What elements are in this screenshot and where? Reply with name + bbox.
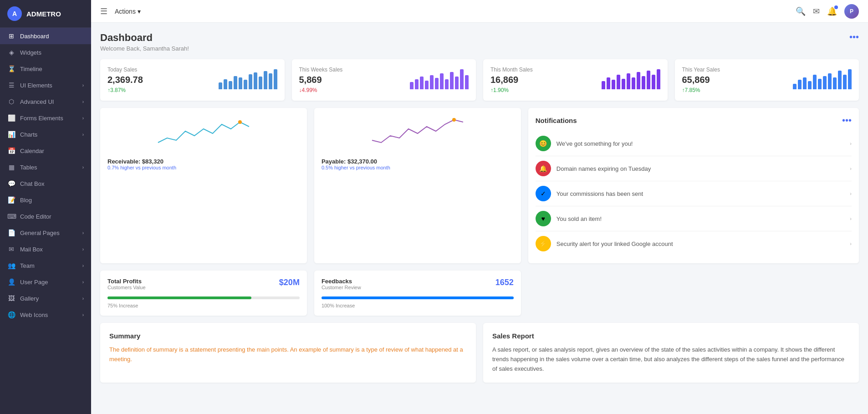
- notification-item-3[interactable]: ♥ You sold an item! ›: [536, 206, 852, 231]
- search-icon[interactable]: 🔍: [796, 6, 806, 16]
- feedbacks-progress-label: 100% Increase: [322, 303, 514, 308]
- feedbacks-card: Feedbacks Customer Review 1652 100% Incr…: [314, 271, 521, 316]
- sidebar-item-charts[interactable]: 📊 Charts ›: [0, 126, 91, 143]
- total-profits-progress-bar: [107, 296, 251, 299]
- mail-icon[interactable]: ✉: [813, 6, 820, 16]
- sidebar-item-timeline[interactable]: ⌛ Timeline: [0, 61, 91, 77]
- sidebar-icon-chat-box: 💬: [7, 180, 15, 187]
- mini-bar: [415, 79, 419, 89]
- notification-item-0[interactable]: 😊 We've got something for you! ›: [536, 131, 852, 156]
- mini-bar: [254, 72, 257, 89]
- mini-bar: [234, 76, 237, 89]
- actions-chevron-icon: ▾: [138, 8, 141, 15]
- sidebar-chevron-mail-box: ›: [82, 247, 84, 252]
- summary-title: Summary: [109, 332, 467, 340]
- sidebar-item-user-page[interactable]: 👤 User Page ›: [0, 274, 91, 290]
- sidebar-icon-widgets: ◈: [7, 49, 15, 56]
- hamburger-button[interactable]: ☰: [100, 6, 107, 16]
- mini-bar: [219, 82, 222, 89]
- logo-icon: A: [7, 6, 22, 21]
- actions-dropdown[interactable]: Actions ▾: [115, 8, 141, 15]
- sidebar-item-advanced-ui[interactable]: ⬡ Advanced UI ›: [0, 93, 91, 110]
- mini-bar: [793, 84, 797, 89]
- sidebar-icon-user-page: 👤: [7, 278, 15, 286]
- summary-text: The definition of summary is a statement…: [109, 345, 467, 364]
- receivable-sublabel: 0.7% higher vs previous month: [107, 165, 300, 170]
- sidebar-item-code-editor[interactable]: ⌨ Code Editor: [0, 208, 91, 225]
- notification-item-1[interactable]: 🔔 Domain names expiring on Tuesday ›: [536, 156, 852, 181]
- notifications-card: Notifications ••• 😊 We've got something …: [528, 108, 859, 263]
- mini-bar: [642, 76, 645, 89]
- sidebar-icon-dashboard: ⊞: [7, 32, 15, 40]
- sidebar-item-team[interactable]: 👥 Team ›: [0, 257, 91, 274]
- stat-card-0: Today Sales 2,369.78 ↑3.87%: [100, 59, 285, 101]
- lower-right-spacer: [528, 271, 859, 316]
- sidebar-icon-general-pages: 📄: [7, 229, 15, 236]
- notif-text-4: Security alert for your linked Google ac…: [557, 240, 845, 247]
- notif-icon-1: 🔔: [536, 161, 551, 176]
- sidebar-item-chat-box[interactable]: 💬 Chat Box: [0, 175, 91, 192]
- notif-icon-0: 😊: [536, 136, 551, 151]
- sidebar-label-general-pages: General Pages: [20, 230, 60, 236]
- sidebar-label-blog: Blog: [20, 197, 32, 204]
- sidebar-item-dashboard[interactable]: ⊞ Dashboard: [0, 28, 91, 44]
- sales-report-title: Sales Report: [492, 332, 850, 340]
- mini-bar: [828, 73, 832, 89]
- mini-bar: [803, 77, 807, 89]
- sidebar-item-tables[interactable]: ▦ Tables ›: [0, 159, 91, 175]
- notif-chevron-icon-0: ›: [850, 141, 852, 146]
- sidebar-item-widgets[interactable]: ◈ Widgets: [0, 44, 91, 61]
- logo-text: ADMETRO: [26, 10, 61, 18]
- page-more-button[interactable]: •••: [849, 32, 859, 42]
- sidebar-item-ui-elements[interactable]: ☰ UI Elements ›: [0, 77, 91, 93]
- sidebar-label-mail-box: Mail Box: [20, 246, 43, 253]
- sidebar-label-charts: Charts: [20, 131, 37, 138]
- notification-bell-icon[interactable]: 🔔: [827, 6, 837, 16]
- notif-chevron-icon-3: ›: [850, 216, 852, 221]
- sidebar-icon-charts: 📊: [7, 131, 15, 138]
- sidebar-label-ui-elements: UI Elements: [20, 82, 52, 89]
- notification-item-4[interactable]: ⚡ Security alert for your linked Google …: [536, 231, 852, 256]
- sidebar-chevron-forms-elements: ›: [82, 116, 84, 121]
- mini-bar: [637, 72, 640, 89]
- page-title: Dashboard: [100, 32, 189, 44]
- feedbacks-value: 1652: [495, 278, 514, 287]
- sidebar-item-gallery[interactable]: 🖼 Gallery ›: [0, 290, 91, 307]
- sidebar-item-forms-elements[interactable]: ⬜ Forms Elements ›: [0, 110, 91, 126]
- stat-card-inner-3: This Year Sales 65,869 ↑7.85%: [682, 66, 852, 93]
- notif-more-button[interactable]: •••: [842, 115, 852, 126]
- lower-section: Total Profits Customers Value $20M 75% I…: [100, 271, 859, 316]
- sidebar-item-calendar[interactable]: 📅 Calendar: [0, 143, 91, 159]
- sidebar-logo: A ADMETRO: [0, 0, 91, 28]
- mini-bar: [627, 73, 630, 89]
- stat-card-2: This Month Sales 16,869 ↑1.90%: [483, 59, 668, 101]
- sidebar-item-web-icons[interactable]: 🌐 Web Icons ›: [0, 307, 91, 323]
- sidebar-icon-mail-box: ✉: [7, 245, 15, 253]
- page-content: Dashboard Welcome Back, Samantha Sarah! …: [91, 23, 868, 414]
- avatar[interactable]: P: [844, 4, 859, 19]
- stat-label-2: This Month Sales: [490, 66, 533, 73]
- notification-item-2[interactable]: ✓ Your commissions has been sent ›: [536, 181, 852, 206]
- sidebar-item-general-pages[interactable]: 📄 General Pages ›: [0, 225, 91, 241]
- sidebar-icon-team: 👥: [7, 262, 15, 269]
- topbar-right: 🔍 ✉ 🔔 P: [796, 4, 859, 19]
- main-content: ☰ Actions ▾ 🔍 ✉ 🔔 P Dashboard Welcome Ba…: [91, 0, 868, 414]
- sidebar-icon-tables: ▦: [7, 164, 15, 171]
- mini-bar: [274, 69, 277, 89]
- sidebar-icon-web-icons: 🌐: [7, 311, 15, 318]
- avatar-image: P: [844, 4, 859, 19]
- sidebar-item-mail-box[interactable]: ✉ Mail Box ›: [0, 241, 91, 257]
- mini-bar: [602, 81, 605, 89]
- notif-text-2: Your commissions has been sent: [557, 190, 845, 197]
- mini-bar: [229, 81, 232, 89]
- total-profits-card: Total Profits Customers Value $20M 75% I…: [100, 271, 307, 316]
- mini-bar: [420, 77, 424, 89]
- mini-bar: [848, 69, 852, 89]
- notification-dot: [834, 5, 838, 9]
- mini-bar: [617, 75, 620, 89]
- sidebar-item-blog[interactable]: 📝 Blog: [0, 192, 91, 208]
- mini-bar: [813, 75, 817, 89]
- sidebar-nav: ⊞ Dashboard ◈ Widgets ⌛ Timeline ☰ UI El…: [0, 28, 91, 323]
- mini-bar: [455, 77, 459, 89]
- mini-bar: [622, 79, 625, 89]
